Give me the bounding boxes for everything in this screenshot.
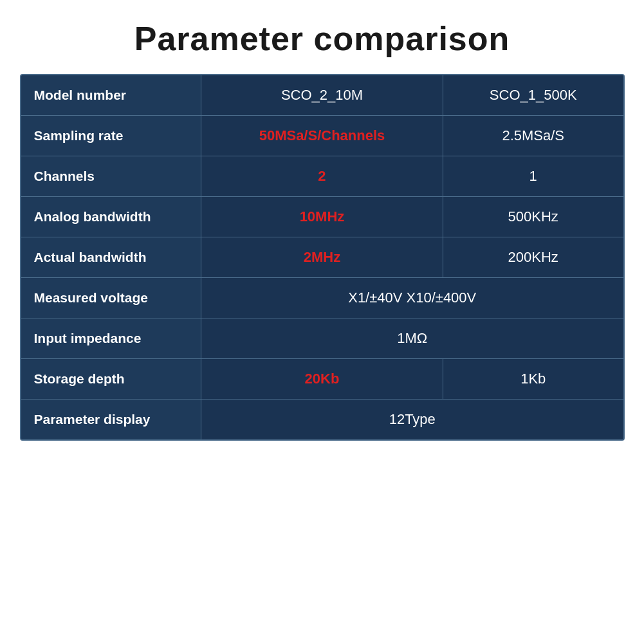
row-col1-value-7: 20Kb (201, 359, 443, 400)
row-col1-value-0: SCO_2_10M (201, 75, 443, 116)
table-row: Analog bandwidth10MHz500KHz (21, 197, 623, 237)
row-col2-value-2: 1 (443, 156, 623, 197)
row-col2-value-3: 500KHz (443, 197, 623, 237)
table-row: Model numberSCO_2_10MSCO_1_500K (21, 75, 623, 116)
row-label-2: Channels (21, 156, 201, 197)
table-row: Channels21 (21, 156, 623, 197)
row-label-4: Actual bandwidth (21, 237, 201, 278)
table-row: Actual bandwidth2MHz200KHz (21, 237, 623, 278)
row-span-value-8: 12Type (201, 400, 623, 440)
row-col2-value-1: 2.5MSa/S (443, 116, 623, 156)
row-col1-value-2: 2 (201, 156, 443, 197)
row-col2-value-7: 1Kb (443, 359, 623, 400)
table-row: Sampling rate50MSa/S/Channels2.5MSa/S (21, 116, 623, 156)
row-label-3: Analog bandwidth (21, 197, 201, 237)
comparison-table: Model numberSCO_2_10MSCO_1_500KSampling … (21, 75, 623, 439)
row-col1-value-3: 10MHz (201, 197, 443, 237)
row-label-5: Measured voltage (21, 278, 201, 318)
table-row: Input impedance1MΩ (21, 318, 623, 359)
row-span-value-5: X1/±40V X10/±400V (201, 278, 623, 318)
row-label-1: Sampling rate (21, 116, 201, 156)
page-title: Parameter comparison (122, 0, 523, 74)
row-col1-value-1: 50MSa/S/Channels (201, 116, 443, 156)
row-col2-value-4: 200KHz (443, 237, 623, 278)
comparison-table-wrapper: Model numberSCO_2_10MSCO_1_500KSampling … (20, 74, 625, 441)
row-label-7: Storage depth (21, 359, 201, 400)
row-col1-value-4: 2MHz (201, 237, 443, 278)
row-col2-value-0: SCO_1_500K (443, 75, 623, 116)
row-label-0: Model number (21, 75, 201, 116)
table-row: Measured voltageX1/±40V X10/±400V (21, 278, 623, 318)
row-label-8: Parameter display (21, 400, 201, 440)
table-row: Storage depth20Kb1Kb (21, 359, 623, 400)
row-label-6: Input impedance (21, 318, 201, 359)
row-span-value-6: 1MΩ (201, 318, 623, 359)
table-row: Parameter display12Type (21, 400, 623, 440)
